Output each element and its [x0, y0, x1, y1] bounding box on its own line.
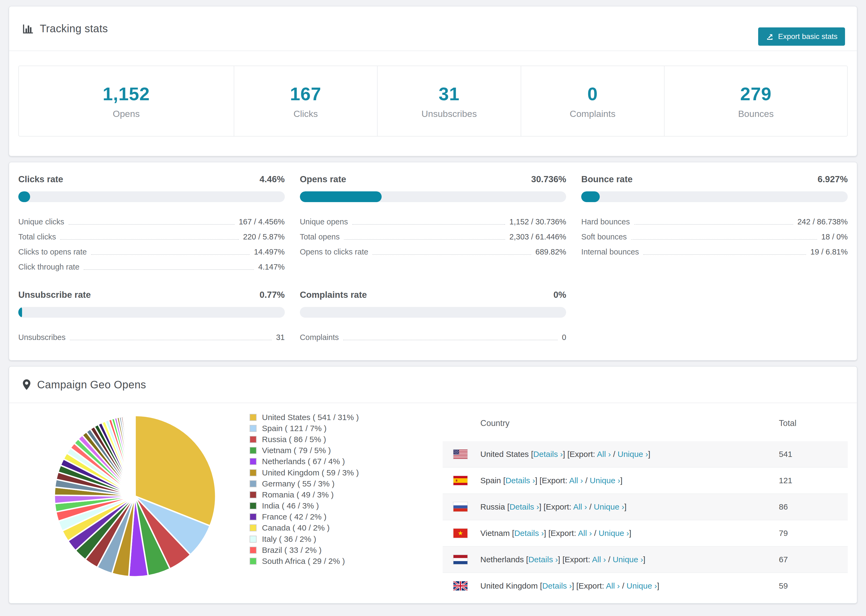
export-all-link[interactable]: All ›: [592, 555, 606, 564]
table-row: United States [Details ›] [Export: All ›…: [443, 441, 848, 468]
details-link[interactable]: Details ›: [542, 581, 572, 590]
export-all-link[interactable]: All ›: [569, 476, 583, 485]
progress-bar: [300, 307, 567, 318]
map-pin-icon: [22, 379, 31, 390]
complaints-rate-panel: Complaints rate 0% Complaints 0: [300, 290, 567, 342]
export-unique-link[interactable]: Unique ›: [599, 529, 629, 537]
unsubscribes-count: 31: [439, 83, 460, 104]
country-total: 121: [779, 476, 848, 485]
legend-item: Spain ( 121 / 7% ): [250, 423, 359, 434]
country-total: 59: [779, 581, 848, 591]
progress-bar-fill: [300, 191, 382, 202]
rate-title: Bounce rate: [581, 174, 633, 184]
export-all-link[interactable]: All ›: [578, 529, 592, 537]
rate-title: Complaints rate: [300, 290, 367, 300]
rate-detail-row: Complaints 0: [300, 327, 567, 342]
dotted-leader: [373, 254, 531, 255]
rate-detail-row: Soft bounces 18 / 0%: [581, 226, 848, 241]
legend-swatch: [250, 436, 257, 443]
export-all-link[interactable]: All ›: [597, 449, 611, 459]
legend-item: Germany ( 55 / 3% ): [250, 478, 359, 489]
details-link[interactable]: Details ›: [509, 502, 539, 511]
stat-unsubscribes: 31 Unsubscribes: [378, 66, 521, 136]
unsubscribes-label: Unsubscribes: [422, 108, 477, 119]
export-button-label: Export basic stats: [778, 32, 838, 41]
progress-bar: [581, 191, 848, 202]
legend-item: Brazil ( 33 / 2% ): [250, 545, 359, 556]
geo-opens-body: United States ( 541 / 31% ) Spain ( 121 …: [9, 403, 857, 603]
export-unique-link[interactable]: Unique ›: [617, 449, 648, 459]
legend-swatch: [250, 547, 257, 554]
geo-pie-chart: [49, 410, 221, 582]
unsubscribe-rate-panel: Unsubscribe rate 0.77% Unsubscribes 31: [18, 290, 285, 342]
table-row: United Kingdom [Details ›] [Export: All …: [443, 573, 848, 599]
rate-detail-row: Unique clicks 167 / 4.456%: [18, 211, 285, 226]
rates-card: Clicks rate 4.46% Unique clicks 167 / 4.…: [9, 162, 857, 361]
clicks-count: 167: [290, 83, 321, 104]
country-total: 86: [779, 502, 848, 511]
table-row: Germany [Details ›] [Export: All › / Uni…: [443, 599, 848, 603]
details-link[interactable]: Details ›: [514, 529, 544, 537]
geo-pie-legend: United States ( 541 / 31% ) Spain ( 121 …: [250, 412, 359, 567]
details-link[interactable]: Details ›: [533, 449, 563, 459]
details-link[interactable]: Details ›: [505, 476, 535, 485]
legend-swatch: [250, 502, 257, 509]
dotted-leader: [643, 254, 806, 255]
geo-opens-header: Campaign Geo Opens: [9, 366, 857, 403]
rate-detail-row: Opens to clicks rate 689.82%: [300, 241, 567, 256]
rate-detail-row: Total clicks 220 / 5.87%: [18, 226, 285, 241]
rate-value: 0%: [553, 290, 567, 300]
bounces-count: 279: [740, 83, 772, 104]
dashboard-page: Tracking stats Export basic stats 1,152 …: [0, 0, 866, 603]
table-row: Vietnam [Details ›] [Export: All › / Uni…: [443, 520, 848, 547]
es-flag-icon: [453, 476, 468, 485]
dotted-leader: [343, 340, 557, 340]
ru-flag-icon: [453, 502, 468, 511]
legend-item: Canada ( 40 / 2% ): [250, 522, 359, 533]
export-all-link[interactable]: All ›: [606, 581, 620, 590]
export-unique-link[interactable]: Unique ›: [627, 581, 657, 590]
legend-item: United States ( 541 / 31% ): [250, 412, 359, 423]
geo-opens-card: Campaign Geo Opens United States ( 541 /…: [9, 366, 857, 603]
legend-item: Vietnam ( 79 / 5% ): [250, 445, 359, 456]
export-all-link[interactable]: All ›: [573, 502, 587, 511]
summary-stats-box: 1,152 Opens 167 Clicks 31 Unsubscribes 0…: [18, 66, 848, 137]
details-link[interactable]: Details ›: [528, 555, 558, 564]
export-unique-link[interactable]: Unique ›: [594, 502, 624, 511]
progress-bar-fill: [18, 191, 30, 202]
rate-title: Unsubscribe rate: [18, 290, 91, 300]
clicks-label: Clicks: [293, 108, 318, 119]
dotted-leader: [634, 224, 793, 225]
country-name: United States: [480, 449, 529, 459]
rate-value: 4.46%: [260, 174, 285, 184]
export-unique-link[interactable]: Unique ›: [612, 555, 643, 564]
stat-clicks: 167 Clicks: [234, 66, 378, 136]
legend-item: United Kingdom ( 59 / 3% ): [250, 467, 359, 478]
legend-swatch: [250, 524, 257, 531]
country-total: 67: [779, 555, 848, 564]
legend-item: South Africa ( 29 / 2% ): [250, 556, 359, 567]
column-header-total: Total: [779, 418, 848, 428]
rate-value: 6.927%: [817, 174, 848, 184]
rate-detail-row: Click through rate 4.147%: [18, 256, 285, 272]
country-name: Spain: [480, 476, 501, 485]
table-row: Russia [Details ›] [Export: All › / Uniq…: [443, 494, 848, 520]
us-flag-icon: [453, 449, 468, 459]
page-title: Tracking stats: [40, 23, 108, 35]
country-total: 79: [779, 529, 848, 538]
legend-item: Russia ( 86 / 5% ): [250, 434, 359, 445]
progress-bar-fill: [581, 191, 600, 202]
stat-complaints: 0 Complaints: [521, 66, 664, 136]
dotted-leader: [60, 239, 239, 240]
dotted-leader: [83, 269, 254, 270]
progress-bar: [300, 191, 567, 202]
country-name: Russia: [480, 502, 505, 511]
export-basic-stats-button[interactable]: Export basic stats: [758, 27, 845, 46]
country-name: Vietnam: [480, 529, 510, 537]
tracking-stats-header: Tracking stats Export basic stats: [9, 6, 857, 51]
rate-title: Clicks rate: [18, 174, 63, 184]
export-unique-link[interactable]: Unique ›: [590, 476, 620, 485]
bar-chart-icon: [22, 23, 34, 35]
dotted-leader: [344, 239, 505, 240]
legend-swatch: [250, 558, 257, 565]
